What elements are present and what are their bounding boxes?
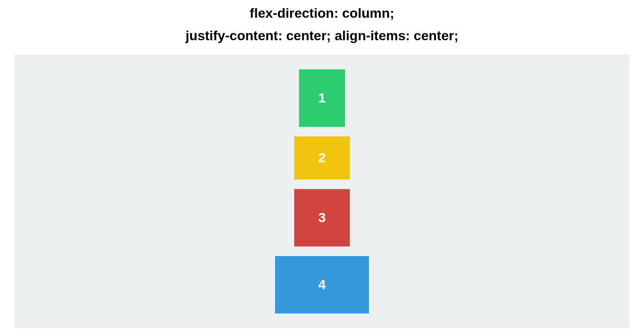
box-2: 2	[294, 136, 350, 179]
page-wrapper: flex-direction: column; justify-content:…	[0, 0, 644, 328]
box-3: 3	[294, 189, 350, 246]
heading-line-2: justify-content: center; align-items: ce…	[14, 27, 630, 44]
box-1: 1	[299, 69, 345, 127]
box-4: 4	[275, 256, 369, 314]
heading-line-1: flex-direction: column;	[14, 5, 630, 22]
flex-container: 1 2 3 4	[14, 55, 630, 328]
